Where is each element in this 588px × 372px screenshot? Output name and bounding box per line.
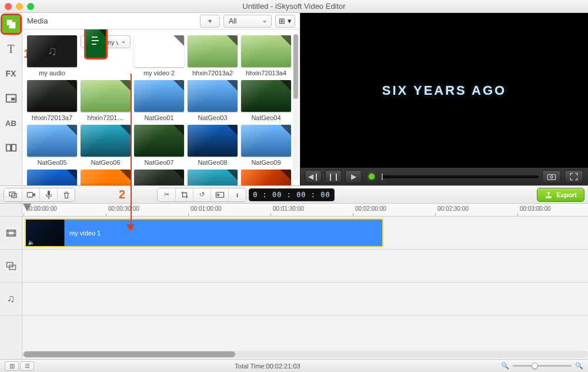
preview-panel: SIX YEARS AGO ◀❙ ❙❙ ▶ xyxy=(300,13,588,185)
zoom-slider[interactable] xyxy=(513,365,572,367)
media-thumbnail xyxy=(188,125,238,157)
media-scrollbar[interactable] xyxy=(293,34,299,181)
fullscreen-button[interactable] xyxy=(564,170,583,183)
ruler-label: 00:02:00:00 xyxy=(355,205,386,212)
pip-track-icon[interactable] xyxy=(0,250,22,283)
media-item[interactable] xyxy=(81,170,131,185)
tool-transition[interactable] xyxy=(2,139,20,157)
view-mode-button[interactable]: ⊞▾ xyxy=(275,15,295,28)
zoom-in-icon[interactable]: 🔍 xyxy=(575,362,583,370)
media-thumbnail xyxy=(241,35,291,67)
delete-button[interactable] xyxy=(57,188,75,201)
progress-bar[interactable] xyxy=(382,175,539,178)
media-item[interactable]: NatGeo08 xyxy=(188,125,238,167)
svg-point-12 xyxy=(217,194,219,195)
timeline-ruler[interactable]: 00:00:00:0000:00:30:0000:01:00:0000:01:3… xyxy=(22,204,588,217)
svg-point-6 xyxy=(550,176,553,178)
playback-controls: ◀❙ ❙❙ ▶ xyxy=(300,168,588,185)
snapshot-button[interactable] xyxy=(542,170,561,183)
audio-track-icon[interactable]: ♫ xyxy=(0,283,22,315)
ruler-label: 00:02:30:00 xyxy=(437,205,469,212)
tool-ab[interactable]: AB xyxy=(2,114,20,132)
record-screen-button[interactable] xyxy=(4,188,22,201)
media-item[interactable]: my video 1 xyxy=(81,35,131,48)
ruler-label: 00:01:00:00 xyxy=(191,205,222,212)
video-clip[interactable]: my video 1 xyxy=(25,218,383,247)
pause-button[interactable]: ❙❙ xyxy=(325,170,342,183)
media-item[interactable]: NatGeo05 xyxy=(27,125,77,167)
media-thumbnail xyxy=(188,35,238,67)
zoom-control: 🔍 🔍 xyxy=(501,362,583,370)
timeline-track-icons: ♫ xyxy=(0,204,22,359)
audio-track[interactable] xyxy=(22,283,588,315)
tool-text[interactable]: T xyxy=(2,40,20,58)
pip-track[interactable] xyxy=(22,250,588,283)
info-button[interactable]: i xyxy=(228,188,246,201)
media-item[interactable]: hhxin7201… xyxy=(81,80,131,122)
media-item[interactable] xyxy=(188,170,238,185)
media-item[interactable]: NatGeo01 xyxy=(134,80,184,122)
svg-rect-3 xyxy=(6,145,10,151)
media-thumbnail xyxy=(134,35,184,67)
media-item[interactable]: my video 2 xyxy=(134,35,184,78)
svg-rect-2 xyxy=(11,98,15,101)
media-thumbnail: ♫ xyxy=(27,35,77,67)
media-item[interactable] xyxy=(134,170,184,185)
media-item[interactable]: NatGeo07 xyxy=(134,125,184,167)
svg-rect-4 xyxy=(11,145,15,151)
media-item[interactable] xyxy=(27,170,77,185)
media-item[interactable]: hhxin72013a2 xyxy=(188,35,238,78)
tool-pip[interactable] xyxy=(2,89,20,107)
mid-toolbar: 2 ✂ ↺ i 0 : 00 : 00 : 00 Export xyxy=(0,186,588,204)
media-filter-select[interactable]: All xyxy=(223,15,272,28)
timeline-hscroll-thumb[interactable] xyxy=(24,351,235,357)
tool-media[interactable] xyxy=(2,15,20,33)
tool-fx[interactable]: FX xyxy=(2,65,20,82)
media-item[interactable]: NatGeo04 xyxy=(241,80,291,122)
media-thumbnail xyxy=(134,170,184,185)
media-item[interactable] xyxy=(241,170,291,185)
media-header: Media + All ⊞▾ xyxy=(22,13,300,29)
export-button[interactable]: Export xyxy=(537,188,584,202)
timeline-hscroll[interactable] xyxy=(22,351,588,358)
media-item[interactable]: NatGeo03 xyxy=(188,80,238,122)
record-cam-button[interactable] xyxy=(22,188,39,201)
record-indicator-icon xyxy=(369,174,375,180)
record-mic-button[interactable] xyxy=(39,188,57,201)
left-toolstrip: T FX AB xyxy=(0,13,22,185)
undo-button[interactable]: ↺ xyxy=(193,188,211,201)
media-scroll-thumb[interactable] xyxy=(293,34,298,99)
layout-toggle-a[interactable]: ▥ xyxy=(5,361,19,371)
media-item[interactable]: NatGeo06 xyxy=(81,125,131,167)
cut-button[interactable]: ✂ xyxy=(158,188,175,201)
play-button[interactable]: ▶ xyxy=(345,170,362,183)
enhance-button[interactable] xyxy=(211,188,228,201)
prev-button[interactable]: ◀❙ xyxy=(305,170,322,183)
media-thumbnail xyxy=(134,125,184,157)
media-item[interactable]: NatGeo09 xyxy=(241,125,291,167)
media-item[interactable]: hhxin72013a4 xyxy=(241,35,291,78)
layout-toggle-b[interactable]: ☰ xyxy=(20,361,34,371)
media-item[interactable]: ♫my audio xyxy=(27,35,77,78)
video-preview[interactable]: SIX YEARS AGO xyxy=(300,13,588,168)
video-track-icon[interactable] xyxy=(0,217,22,250)
media-thumbnail xyxy=(241,170,291,185)
spare-track[interactable] xyxy=(22,315,588,348)
preview-overlay-text: SIX YEARS AGO xyxy=(382,83,506,98)
media-caption: hhxin72013a2 xyxy=(188,69,238,78)
video-track[interactable]: my video 1 xyxy=(22,217,588,250)
media-thumbnail xyxy=(86,29,106,58)
media-thumbnail xyxy=(241,80,291,112)
record-group xyxy=(4,188,75,202)
media-caption: my video 2 xyxy=(134,69,184,78)
zoom-knob[interactable] xyxy=(532,363,538,369)
crop-button[interactable] xyxy=(175,188,193,201)
media-item[interactable]: hhxin72013a7 xyxy=(27,80,77,122)
svg-point-0 xyxy=(8,21,11,24)
add-media-button[interactable]: + xyxy=(200,15,220,28)
zoom-out-icon[interactable]: 🔍 xyxy=(501,362,509,370)
annotation-arrow-head xyxy=(126,224,135,231)
ruler-label: 00:00:00:00 xyxy=(26,205,57,212)
ruler-label: 00:00:30:00 xyxy=(108,205,139,212)
media-thumbnail xyxy=(27,80,77,112)
